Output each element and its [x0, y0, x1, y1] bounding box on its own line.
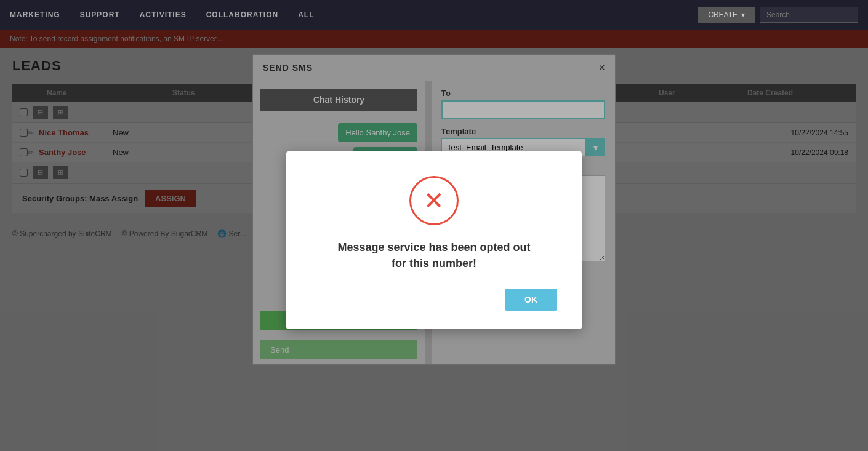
- top-nav: MARKETING SUPPORT ACTIVITIES COLLABORATI…: [0, 0, 868, 30]
- alert-ok-button[interactable]: OK: [505, 289, 557, 311]
- search-input[interactable]: [760, 7, 858, 23]
- nav-right: CREATE ▾: [698, 7, 858, 23]
- nav-marketing[interactable]: MARKETING: [10, 10, 60, 19]
- nav-activities[interactable]: ACTIVITIES: [140, 10, 187, 19]
- nav-support[interactable]: SUPPORT: [80, 10, 120, 19]
- alert-backdrop: ✕ Message service has been opted outfor …: [0, 30, 868, 451]
- alert-x-symbol: ✕: [424, 188, 444, 213]
- alert-dialog: ✕ Message service has been opted outfor …: [286, 151, 582, 329]
- alert-message: Message service has been opted outfor th…: [337, 240, 530, 271]
- nav-collaboration[interactable]: COLLABORATION: [206, 10, 278, 19]
- alert-error-icon: ✕: [409, 176, 459, 225]
- nav-all[interactable]: ALL: [298, 10, 314, 19]
- main-background: Note: To send record assignment notifica…: [0, 30, 868, 451]
- create-button[interactable]: CREATE ▾: [698, 7, 755, 23]
